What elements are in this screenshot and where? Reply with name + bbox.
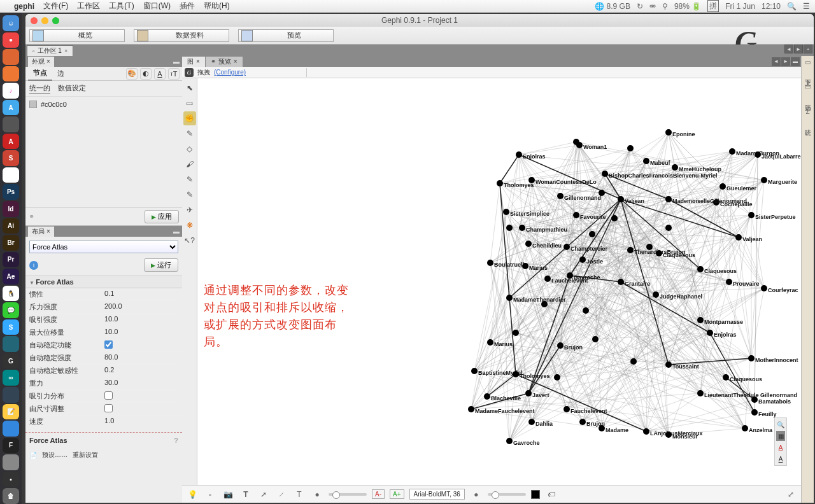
graph-node[interactable] (528, 419, 535, 425)
tab-preview[interactable]: 预览 (238, 29, 334, 42)
panel-ctrl[interactable]: ◄ (772, 57, 781, 66)
unique-tab[interactable]: 统一的 (29, 83, 50, 94)
graph-node[interactable] (583, 307, 589, 314)
brush-tool[interactable]: 🖌 (183, 157, 196, 171)
layout-prop[interactable]: 自动稳定敏感性0.2 (25, 365, 182, 377)
graph-node[interactable] (742, 425, 748, 431)
dock-app4[interactable] (3, 167, 19, 183)
graph-node[interactable] (599, 190, 605, 196)
graph-node[interactable] (665, 361, 672, 368)
graph-node[interactable] (665, 225, 672, 231)
dock-itunes[interactable]: ♪ (3, 83, 19, 99)
text-icon[interactable]: T (239, 488, 252, 501)
dock-skype[interactable]: S (3, 319, 19, 335)
graph-node[interactable] (557, 193, 563, 199)
label-size-slider[interactable] (488, 493, 526, 496)
graph-node[interactable] (751, 409, 758, 416)
dock-arduino[interactable]: ∞ (3, 370, 19, 386)
graph-node[interactable] (471, 368, 478, 374)
eraser-tool[interactable]: ✎ (183, 188, 196, 202)
layout-prop[interactable]: 最大位移量10.0 (25, 326, 182, 339)
spotlight-icon[interactable]: 🔍 (787, 2, 797, 11)
pencil-tool[interactable]: ✎ (183, 127, 196, 141)
preset-icon[interactable]: 📄 (29, 452, 37, 459)
attrs-icon[interactable]: 🏷 (545, 488, 558, 501)
layout-section[interactable]: Force Atlas (25, 276, 182, 288)
graph-node[interactable] (697, 266, 704, 272)
heatmap-tool[interactable]: ❋ (183, 218, 196, 232)
dock-qq[interactable]: 🐧 (3, 286, 19, 302)
dock-app2[interactable] (3, 66, 19, 82)
dock-sketch[interactable]: S (3, 150, 19, 166)
layout-prop[interactable]: 由尺寸调整 (25, 403, 182, 416)
graph-node[interactable] (544, 276, 551, 282)
graph-node[interactable] (707, 330, 713, 336)
close-button[interactable] (31, 17, 38, 24)
graph-node[interactable] (573, 139, 579, 145)
panel-minimize[interactable]: ▬ (173, 228, 180, 235)
graph-node[interactable] (563, 244, 570, 250)
close-icon[interactable]: × (64, 48, 67, 54)
ranking-tab[interactable]: 数值设定 (58, 83, 86, 94)
graph-node[interactable] (618, 196, 624, 202)
dock-illustrator[interactable]: Ai (3, 218, 19, 234)
size-icon[interactable]: ◐ (140, 68, 152, 80)
zoom-tool[interactable]: 🔍 (776, 419, 785, 430)
color-row[interactable]: #c0c0c0 (25, 97, 182, 112)
graph-node[interactable] (627, 247, 634, 253)
hand-tool[interactable]: ✊ (183, 111, 196, 125)
diamond-tool[interactable]: ◇ (183, 142, 196, 156)
dock-appstore[interactable]: A (3, 100, 19, 116)
graph-node[interactable] (573, 212, 579, 218)
graph-node[interactable] (541, 301, 548, 307)
dock-app1[interactable] (3, 49, 19, 65)
configure-link[interactable]: (Configure) (214, 69, 246, 76)
graph-node[interactable] (697, 317, 704, 323)
expand-icon[interactable]: ⤢ (784, 488, 797, 501)
dock-finder[interactable]: ☺ (3, 15, 19, 31)
rect-select-tool[interactable]: ▭ (183, 96, 196, 110)
bulb-icon[interactable]: 💡 (186, 488, 199, 501)
minimize-button[interactable] (41, 17, 48, 24)
graph-node[interactable] (557, 342, 563, 349)
dock-acrobat[interactable]: A (3, 134, 19, 150)
graph-node[interactable] (761, 177, 767, 183)
graph-node[interactable] (748, 355, 755, 361)
dock-app3[interactable] (3, 116, 19, 132)
dock-terminal[interactable]: ▪ (3, 472, 19, 487)
zoom-button[interactable] (52, 17, 59, 24)
graph-node[interactable] (672, 164, 678, 171)
app-name[interactable]: gephi (14, 2, 34, 11)
dock-wechat[interactable]: 💬 (3, 302, 19, 318)
color-swatch[interactable] (29, 101, 37, 108)
graph-node[interactable] (554, 374, 560, 381)
graph-node[interactable] (487, 260, 493, 266)
edge-pencil-tool[interactable]: ✎ (183, 172, 196, 186)
graph-node[interactable] (506, 225, 513, 231)
graph-tab[interactable]: 图 × (182, 57, 205, 67)
graph-node[interactable] (643, 158, 649, 164)
dock-app8[interactable] (3, 454, 19, 470)
graph-node[interactable] (723, 374, 729, 381)
menu-file[interactable]: 文件(F) (43, 1, 68, 11)
graph-node[interactable] (484, 393, 490, 400)
dock-app7[interactable] (3, 421, 19, 437)
color-icon[interactable]: 🎨 (126, 68, 138, 80)
graph-node[interactable] (522, 263, 528, 269)
graph-node[interactable] (630, 358, 637, 365)
select-tool[interactable]: ⬉ (183, 81, 196, 95)
graph-node[interactable] (503, 209, 509, 215)
font-increase[interactable]: A+ (390, 489, 404, 499)
graph-node[interactable] (735, 234, 742, 241)
edge-color-icon[interactable]: ⟋ (275, 488, 288, 501)
layout-prop[interactable]: 自动稳定功能 (25, 339, 182, 352)
graph-node[interactable] (643, 428, 649, 435)
airplane-tool[interactable]: ✈ (183, 203, 196, 217)
graph-node[interactable] (761, 285, 767, 291)
layout-prop[interactable]: 吸引强度10.0 (25, 314, 182, 326)
help-icon[interactable]: ? (174, 437, 178, 444)
graph-canvas[interactable]: 通过调整不同的参数，改变对点的吸引和排斥以收缩，或扩展的方式改变图面布局。 Wo… (197, 78, 801, 485)
graph-node[interactable] (563, 406, 570, 412)
graph-node[interactable] (516, 151, 522, 158)
input-method[interactable]: 拼 (707, 0, 719, 12)
